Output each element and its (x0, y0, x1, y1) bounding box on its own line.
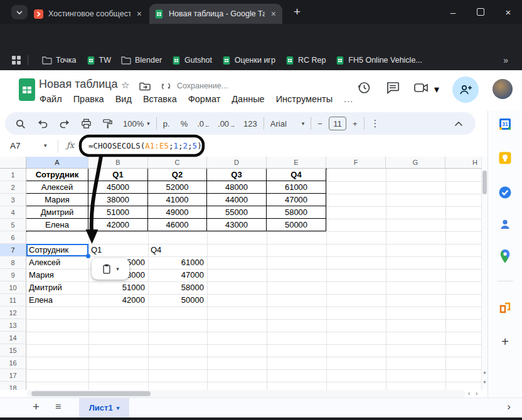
row-header-3[interactable]: 3 (0, 194, 26, 206)
bookmark-item-2[interactable]: Blender (121, 56, 162, 65)
side-panel-maps-icon[interactable] (498, 249, 513, 264)
cell-B5[interactable]: 42000 (88, 219, 148, 231)
column-header-H[interactable]: H (445, 157, 481, 169)
font-select[interactable]: Arial (270, 119, 287, 129)
row-header-15[interactable]: 15 (0, 344, 26, 357)
scroll-down-icon[interactable]: ▼ (482, 380, 487, 384)
tab-close-icon[interactable]: × (270, 9, 277, 19)
document-title[interactable]: Новая таблица (39, 78, 118, 91)
undo-icon[interactable] (37, 118, 48, 129)
cell-B11[interactable]: 42000 (88, 294, 145, 307)
cell-A10[interactable]: Дмитрий (29, 281, 86, 294)
cell-A11[interactable]: Елена (29, 294, 86, 307)
horizontal-scrollbar-thumb[interactable] (31, 391, 151, 396)
cell-E4[interactable]: 58000 (267, 206, 326, 219)
cell-C11[interactable]: 50000 (148, 294, 204, 307)
vertical-scrollbar[interactable]: ▲ ▼ (481, 157, 487, 390)
bookmarks-overflow-chevron[interactable]: » (503, 55, 508, 65)
zoom-select[interactable]: 100% (123, 119, 144, 129)
font-size-input[interactable]: 11 (329, 117, 346, 130)
row-header-11[interactable]: 11 (0, 294, 26, 307)
format-percent-button[interactable]: % (181, 119, 188, 129)
scroll-left-icon[interactable]: ‹ (468, 390, 470, 397)
row-header-16[interactable]: 16 (0, 357, 26, 369)
new-tab-button[interactable]: + (294, 6, 301, 18)
side-panel-contacts-icon[interactable] (498, 217, 513, 232)
cell-B7[interactable]: Q1 (91, 244, 146, 256)
cell-A2[interactable]: Алексей (26, 181, 88, 194)
row-header-9[interactable]: 9 (0, 269, 26, 281)
side-panel-add-icon[interactable]: + (498, 334, 513, 349)
camera-caret-icon[interactable]: ▾ (434, 83, 439, 95)
cell-E5[interactable]: 50000 (267, 219, 326, 231)
side-panel-addon-icon[interactable] (498, 300, 513, 315)
bookmark-item-0[interactable]: Точка (42, 56, 77, 65)
row-header-5[interactable]: 5 (0, 219, 26, 231)
increase-decimals-button[interactable]: .00→ (218, 119, 235, 129)
cell-D4[interactable]: 55000 (207, 206, 267, 219)
cell-B10[interactable]: 51000 (88, 281, 145, 294)
column-header-B[interactable]: B (88, 157, 148, 169)
row-header-7[interactable]: 7 (0, 244, 26, 256)
comments-icon[interactable] (385, 80, 400, 95)
cell-D2[interactable]: 48000 (207, 181, 267, 194)
search-icon[interactable] (15, 118, 26, 129)
browser-tab-inactive[interactable]: Хостинговое сообщество «Tim × (29, 4, 148, 24)
menu-правка[interactable]: Правка (68, 92, 110, 106)
all-sheets-button[interactable]: ≡ (55, 401, 61, 412)
increase-font-size-button[interactable]: + (353, 119, 358, 129)
cell-A1[interactable]: Сотрудник (26, 169, 88, 181)
menu-формат[interactable]: Формат (183, 92, 226, 106)
decrease-font-size-button[interactable]: − (317, 119, 322, 129)
menu-инструменты[interactable]: Инструменты (270, 92, 338, 106)
bookmark-item-1[interactable]: TW (87, 56, 111, 65)
paste-options-button[interactable]: ▾ (92, 258, 129, 280)
side-panel-tasks-icon[interactable] (498, 185, 513, 200)
cell-D1[interactable]: Q3 (207, 169, 267, 181)
tab-search-button[interactable] (11, 5, 28, 19)
row-header-12[interactable]: 12 (0, 307, 26, 319)
cell-C4[interactable]: 49000 (148, 206, 207, 219)
window-close-button[interactable]: × (498, 0, 519, 24)
cell-A9[interactable]: Мария (29, 269, 86, 281)
bookmark-item-6[interactable]: FH5 Online Vehicle... (336, 56, 422, 65)
row-header-2[interactable]: 2 (0, 181, 26, 194)
paint-format-icon[interactable] (102, 118, 113, 129)
redo-icon[interactable] (59, 118, 70, 129)
cell-A8[interactable]: Алексей (29, 256, 86, 269)
cell-C1[interactable]: Q2 (148, 169, 207, 181)
share-button[interactable] (452, 76, 479, 103)
cell-B4[interactable]: 51000 (88, 206, 148, 219)
row-header-18[interactable]: 18 (0, 382, 26, 390)
column-header-C[interactable]: C (148, 157, 207, 169)
cell-C2[interactable]: 52000 (148, 181, 207, 194)
account-avatar[interactable] (493, 79, 513, 99)
menu-вставка[interactable]: Вставка (137, 92, 183, 106)
toolbar-more-button[interactable]: ⋮ (371, 118, 380, 129)
scroll-right-icon[interactable]: › (476, 390, 477, 397)
horizontal-scrollbar[interactable] (26, 390, 466, 397)
print-icon[interactable] (81, 118, 92, 129)
row-header-8[interactable]: 8 (0, 256, 26, 269)
menu-файл[interactable]: Файл (34, 92, 68, 106)
name-box[interactable]: A7 (10, 141, 21, 150)
cell-D5[interactable]: 43000 (207, 219, 267, 231)
cell-C3[interactable]: 41000 (148, 194, 207, 206)
scroll-up-icon[interactable]: ▲ (482, 370, 487, 374)
cell-E3[interactable]: 47000 (267, 194, 326, 206)
name-box-caret-icon[interactable]: ▾ (44, 142, 47, 149)
bookmark-item-3[interactable]: Gutshot (172, 56, 212, 65)
cell-A3[interactable]: Мария (26, 194, 88, 206)
spreadsheet-grid[interactable]: ABCDEFGH123456789101112131415161718Сотру… (0, 157, 481, 390)
cell-B1[interactable]: Q1 (88, 169, 148, 181)
column-header-E[interactable]: E (267, 157, 326, 169)
row-header-1[interactable]: 1 (0, 169, 26, 181)
cell-A5[interactable]: Елена (26, 219, 88, 231)
window-maximize-button[interactable] (470, 0, 491, 24)
grid-corner[interactable] (0, 157, 26, 169)
cell-B2[interactable]: 45000 (88, 181, 148, 194)
format-currency-button[interactable]: р. (163, 119, 170, 129)
column-header-F[interactable]: F (326, 157, 386, 169)
row-header-13[interactable]: 13 (0, 319, 26, 332)
cell-A4[interactable]: Дмитрий (26, 206, 88, 219)
